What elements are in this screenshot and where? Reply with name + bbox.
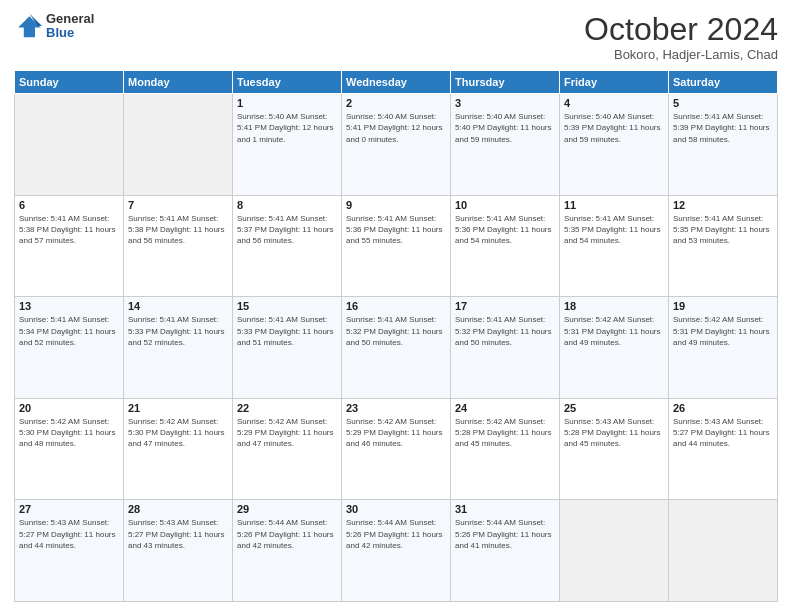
day-cell: 22Sunrise: 5:42 AM Sunset: 5:29 PM Dayli… xyxy=(233,398,342,500)
day-info: Sunrise: 5:41 AM Sunset: 5:35 PM Dayligh… xyxy=(673,213,773,247)
main-title: October 2024 xyxy=(584,12,778,47)
day-cell: 28Sunrise: 5:43 AM Sunset: 5:27 PM Dayli… xyxy=(124,500,233,602)
day-cell: 11Sunrise: 5:41 AM Sunset: 5:35 PM Dayli… xyxy=(560,195,669,297)
day-number: 31 xyxy=(455,503,555,515)
day-info: Sunrise: 5:44 AM Sunset: 5:26 PM Dayligh… xyxy=(455,517,555,551)
day-cell: 16Sunrise: 5:41 AM Sunset: 5:32 PM Dayli… xyxy=(342,297,451,399)
day-info: Sunrise: 5:41 AM Sunset: 5:36 PM Dayligh… xyxy=(346,213,446,247)
page: General Blue October 2024 Bokoro, Hadjer… xyxy=(0,0,792,612)
day-number: 18 xyxy=(564,300,664,312)
day-info: Sunrise: 5:42 AM Sunset: 5:29 PM Dayligh… xyxy=(237,416,337,450)
day-cell: 8Sunrise: 5:41 AM Sunset: 5:37 PM Daylig… xyxy=(233,195,342,297)
day-info: Sunrise: 5:42 AM Sunset: 5:30 PM Dayligh… xyxy=(19,416,119,450)
day-info: Sunrise: 5:41 AM Sunset: 5:38 PM Dayligh… xyxy=(128,213,228,247)
day-number: 3 xyxy=(455,97,555,109)
day-cell: 15Sunrise: 5:41 AM Sunset: 5:33 PM Dayli… xyxy=(233,297,342,399)
logo-blue-text: Blue xyxy=(46,26,94,40)
day-number: 2 xyxy=(346,97,446,109)
header-cell-wednesday: Wednesday xyxy=(342,71,451,94)
week-row-1: 6Sunrise: 5:41 AM Sunset: 5:38 PM Daylig… xyxy=(15,195,778,297)
day-number: 1 xyxy=(237,97,337,109)
logo: General Blue xyxy=(14,12,94,41)
day-info: Sunrise: 5:42 AM Sunset: 5:31 PM Dayligh… xyxy=(673,314,773,348)
subtitle: Bokoro, Hadjer-Lamis, Chad xyxy=(584,47,778,62)
week-row-3: 20Sunrise: 5:42 AM Sunset: 5:30 PM Dayli… xyxy=(15,398,778,500)
day-cell: 13Sunrise: 5:41 AM Sunset: 5:34 PM Dayli… xyxy=(15,297,124,399)
day-info: Sunrise: 5:41 AM Sunset: 5:39 PM Dayligh… xyxy=(673,111,773,145)
day-info: Sunrise: 5:41 AM Sunset: 5:35 PM Dayligh… xyxy=(564,213,664,247)
day-cell: 23Sunrise: 5:42 AM Sunset: 5:29 PM Dayli… xyxy=(342,398,451,500)
day-cell xyxy=(560,500,669,602)
day-info: Sunrise: 5:41 AM Sunset: 5:32 PM Dayligh… xyxy=(346,314,446,348)
day-number: 14 xyxy=(128,300,228,312)
day-cell: 4Sunrise: 5:40 AM Sunset: 5:39 PM Daylig… xyxy=(560,94,669,196)
day-cell: 3Sunrise: 5:40 AM Sunset: 5:40 PM Daylig… xyxy=(451,94,560,196)
calendar-body: 1Sunrise: 5:40 AM Sunset: 5:41 PM Daylig… xyxy=(15,94,778,602)
day-info: Sunrise: 5:41 AM Sunset: 5:37 PM Dayligh… xyxy=(237,213,337,247)
day-number: 7 xyxy=(128,199,228,211)
svg-marker-0 xyxy=(18,16,40,37)
day-cell: 14Sunrise: 5:41 AM Sunset: 5:33 PM Dayli… xyxy=(124,297,233,399)
day-info: Sunrise: 5:41 AM Sunset: 5:38 PM Dayligh… xyxy=(19,213,119,247)
week-row-2: 13Sunrise: 5:41 AM Sunset: 5:34 PM Dayli… xyxy=(15,297,778,399)
day-cell: 19Sunrise: 5:42 AM Sunset: 5:31 PM Dayli… xyxy=(669,297,778,399)
calendar-header: SundayMondayTuesdayWednesdayThursdayFrid… xyxy=(15,71,778,94)
day-cell xyxy=(15,94,124,196)
week-row-4: 27Sunrise: 5:43 AM Sunset: 5:27 PM Dayli… xyxy=(15,500,778,602)
day-number: 28 xyxy=(128,503,228,515)
day-info: Sunrise: 5:40 AM Sunset: 5:41 PM Dayligh… xyxy=(346,111,446,145)
day-info: Sunrise: 5:41 AM Sunset: 5:33 PM Dayligh… xyxy=(237,314,337,348)
day-number: 20 xyxy=(19,402,119,414)
calendar-table: SundayMondayTuesdayWednesdayThursdayFrid… xyxy=(14,70,778,602)
day-info: Sunrise: 5:42 AM Sunset: 5:31 PM Dayligh… xyxy=(564,314,664,348)
day-number: 24 xyxy=(455,402,555,414)
day-number: 26 xyxy=(673,402,773,414)
day-cell: 27Sunrise: 5:43 AM Sunset: 5:27 PM Dayli… xyxy=(15,500,124,602)
day-info: Sunrise: 5:40 AM Sunset: 5:41 PM Dayligh… xyxy=(237,111,337,145)
header: General Blue October 2024 Bokoro, Hadjer… xyxy=(14,12,778,62)
day-number: 12 xyxy=(673,199,773,211)
header-cell-monday: Monday xyxy=(124,71,233,94)
week-row-0: 1Sunrise: 5:40 AM Sunset: 5:41 PM Daylig… xyxy=(15,94,778,196)
day-number: 21 xyxy=(128,402,228,414)
day-number: 27 xyxy=(19,503,119,515)
day-cell: 31Sunrise: 5:44 AM Sunset: 5:26 PM Dayli… xyxy=(451,500,560,602)
logo-text: General Blue xyxy=(46,12,94,41)
day-number: 4 xyxy=(564,97,664,109)
header-cell-sunday: Sunday xyxy=(15,71,124,94)
day-number: 15 xyxy=(237,300,337,312)
day-number: 17 xyxy=(455,300,555,312)
day-number: 23 xyxy=(346,402,446,414)
day-cell: 12Sunrise: 5:41 AM Sunset: 5:35 PM Dayli… xyxy=(669,195,778,297)
day-number: 13 xyxy=(19,300,119,312)
day-number: 16 xyxy=(346,300,446,312)
day-cell: 5Sunrise: 5:41 AM Sunset: 5:39 PM Daylig… xyxy=(669,94,778,196)
day-info: Sunrise: 5:41 AM Sunset: 5:36 PM Dayligh… xyxy=(455,213,555,247)
day-info: Sunrise: 5:43 AM Sunset: 5:27 PM Dayligh… xyxy=(19,517,119,551)
day-cell: 18Sunrise: 5:42 AM Sunset: 5:31 PM Dayli… xyxy=(560,297,669,399)
day-cell xyxy=(669,500,778,602)
day-cell: 6Sunrise: 5:41 AM Sunset: 5:38 PM Daylig… xyxy=(15,195,124,297)
day-cell: 1Sunrise: 5:40 AM Sunset: 5:41 PM Daylig… xyxy=(233,94,342,196)
day-number: 11 xyxy=(564,199,664,211)
day-number: 22 xyxy=(237,402,337,414)
header-cell-tuesday: Tuesday xyxy=(233,71,342,94)
logo-general-text: General xyxy=(46,12,94,26)
day-cell: 10Sunrise: 5:41 AM Sunset: 5:36 PM Dayli… xyxy=(451,195,560,297)
day-info: Sunrise: 5:41 AM Sunset: 5:33 PM Dayligh… xyxy=(128,314,228,348)
day-cell: 26Sunrise: 5:43 AM Sunset: 5:27 PM Dayli… xyxy=(669,398,778,500)
day-info: Sunrise: 5:42 AM Sunset: 5:30 PM Dayligh… xyxy=(128,416,228,450)
day-cell: 7Sunrise: 5:41 AM Sunset: 5:38 PM Daylig… xyxy=(124,195,233,297)
header-row: SundayMondayTuesdayWednesdayThursdayFrid… xyxy=(15,71,778,94)
day-info: Sunrise: 5:44 AM Sunset: 5:26 PM Dayligh… xyxy=(346,517,446,551)
day-number: 10 xyxy=(455,199,555,211)
day-info: Sunrise: 5:40 AM Sunset: 5:40 PM Dayligh… xyxy=(455,111,555,145)
day-cell: 25Sunrise: 5:43 AM Sunset: 5:28 PM Dayli… xyxy=(560,398,669,500)
day-info: Sunrise: 5:42 AM Sunset: 5:29 PM Dayligh… xyxy=(346,416,446,450)
header-cell-thursday: Thursday xyxy=(451,71,560,94)
day-cell: 30Sunrise: 5:44 AM Sunset: 5:26 PM Dayli… xyxy=(342,500,451,602)
logo-icon xyxy=(14,12,42,40)
day-info: Sunrise: 5:42 AM Sunset: 5:28 PM Dayligh… xyxy=(455,416,555,450)
day-number: 8 xyxy=(237,199,337,211)
day-info: Sunrise: 5:43 AM Sunset: 5:27 PM Dayligh… xyxy=(128,517,228,551)
